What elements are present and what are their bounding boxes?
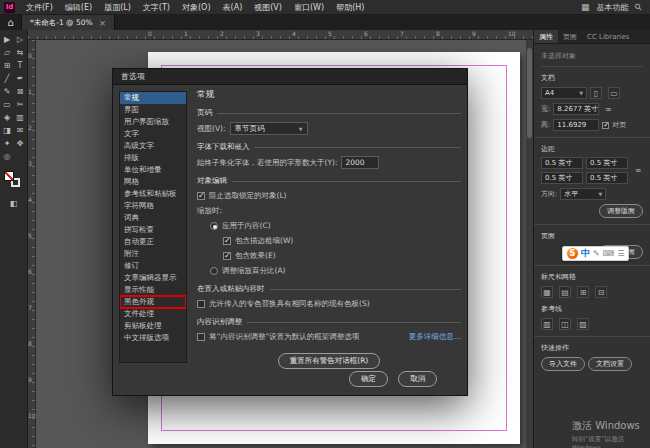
direction-dropdown[interactable]: 水平 ▼	[560, 188, 606, 200]
cancel-button[interactable]: 取消	[398, 371, 437, 387]
pref-category-11[interactable]: 拼写检查	[120, 224, 186, 236]
free-transform-tool[interactable]: ◈	[1, 111, 14, 124]
scrollbar-thumb[interactable]	[527, 48, 532, 138]
prevent-selection-checkbox[interactable]	[197, 192, 205, 200]
panel-tab-1[interactable]: 页面	[558, 30, 582, 43]
margin-field-0[interactable]: 0.5 英寸	[541, 157, 583, 169]
menu-item-4[interactable]: 对象(O)	[176, 0, 217, 14]
guide-icon-0[interactable]: ▥	[541, 318, 553, 330]
margin-link-icon[interactable]: ∞	[632, 165, 644, 177]
screen-mode-button[interactable]: ◧	[7, 197, 20, 210]
content-collector-tool[interactable]: ⊞	[1, 59, 14, 72]
panel-tab-0[interactable]: 属性	[534, 30, 558, 43]
landscape-icon[interactable]: ▭	[608, 87, 620, 99]
hand-tool[interactable]: ✥	[14, 137, 27, 150]
sogou-logo-icon[interactable]: S	[567, 248, 578, 259]
include-effects-checkbox[interactable]	[223, 252, 231, 260]
horizontal-ruler[interactable]: 012345678910	[28, 30, 533, 40]
menu-item-5[interactable]: 表(A)	[217, 0, 249, 14]
margin-field-1[interactable]: 0.5 英寸	[586, 157, 628, 169]
quick-action-0[interactable]: 导入文件	[541, 357, 585, 371]
menu-item-1[interactable]: 编辑(E)	[59, 0, 98, 14]
more-info-link[interactable]: 更多详细信息...	[409, 332, 461, 342]
type-tool[interactable]: T	[14, 59, 27, 72]
link-dimensions-icon[interactable]: ∞	[602, 103, 614, 115]
reset-warnings-button[interactable]: 重置所有警告对话框(R)	[278, 353, 381, 369]
sogou-input-bar[interactable]: S 中 ✎⌨☰	[562, 246, 629, 261]
search-icon[interactable]: ⚲	[633, 1, 645, 13]
include-stroke-checkbox[interactable]	[223, 237, 231, 245]
document-tab[interactable]: *未命名-1 @ 50% ×	[22, 15, 115, 30]
menu-item-2[interactable]: 版面(L)	[98, 0, 137, 14]
ruler-grid-icon-3[interactable]: ⊟	[595, 286, 607, 298]
pencil-tool[interactable]: ✎	[1, 85, 14, 98]
vertical-scrollbar[interactable]	[526, 40, 533, 448]
gap-tool[interactable]: ⇆	[14, 46, 27, 59]
portrait-icon[interactable]: ▯	[590, 87, 602, 99]
ruler-grid-icon-0[interactable]: ▦	[541, 286, 553, 298]
input-mode-chinese-icon[interactable]: 中	[581, 247, 590, 260]
menu-item-6[interactable]: 视图(V)	[248, 0, 288, 14]
pref-category-9[interactable]: 字符网格	[120, 200, 186, 212]
pref-category-6[interactable]: 单位和增量	[120, 164, 186, 176]
pref-category-16[interactable]: 显示性能	[120, 284, 186, 296]
line-tool[interactable]: ╱	[1, 72, 14, 85]
panel-tab-2[interactable]: CC Libraries	[582, 30, 634, 43]
page-numbering-dropdown[interactable]: 章节页码 ▼	[230, 122, 308, 135]
pref-category-20[interactable]: 中文排版选项	[120, 332, 186, 344]
pref-category-17[interactable]: 黑色外观	[120, 296, 186, 308]
direct-selection-tool[interactable]: ▷	[14, 33, 27, 46]
pref-category-2[interactable]: 用户界面缩放	[120, 116, 186, 128]
ruler-grid-icon-1[interactable]: ▤	[559, 286, 571, 298]
sogou-icon-2[interactable]: ☰	[617, 249, 624, 258]
height-field[interactable]: 11.6929	[553, 119, 599, 131]
page-size-dropdown[interactable]: A4 ▼	[541, 87, 587, 99]
apply-to-content-radio[interactable]	[210, 222, 218, 230]
pref-category-7[interactable]: 网格	[120, 176, 186, 188]
page-tool[interactable]: ▱	[1, 46, 14, 59]
pref-category-13[interactable]: 附注	[120, 248, 186, 260]
pref-category-8[interactable]: 参考线和粘贴板	[120, 188, 186, 200]
quick-action-1[interactable]: 文档设置	[588, 357, 632, 371]
tab-close-icon[interactable]: ×	[99, 18, 107, 28]
width-field[interactable]: 8.2677 英寸	[553, 103, 599, 115]
rectangle-frame-tool[interactable]: ⊠	[14, 85, 27, 98]
margin-field-3[interactable]: 0.5 英寸	[586, 172, 628, 184]
content-aware-checkbox[interactable]	[197, 333, 205, 341]
menu-item-7[interactable]: 窗口(W)	[288, 0, 330, 14]
ok-button[interactable]: 确定	[349, 371, 388, 387]
fill-swatch[interactable]	[4, 171, 14, 181]
gradient-tool[interactable]: ▥	[14, 111, 27, 124]
pref-category-15[interactable]: 文章编辑器显示	[120, 272, 186, 284]
pen-tool[interactable]: ✒	[14, 72, 27, 85]
gradient-feather-tool[interactable]: ◨	[1, 124, 14, 137]
vertical-ruler[interactable]: 012345678910	[28, 40, 36, 448]
workspace-grid-icon[interactable]: ▦	[581, 2, 590, 12]
zoom-tool[interactable]: ◎	[1, 150, 14, 163]
guide-icon-1[interactable]: ◫	[559, 318, 571, 330]
allow-spot-checkbox[interactable]	[197, 300, 205, 308]
selection-tool[interactable]: ▶	[1, 33, 14, 46]
pref-category-4[interactable]: 高级文字	[120, 140, 186, 152]
sogou-icon-0[interactable]: ✎	[593, 249, 600, 258]
pref-category-0[interactable]: 常规	[120, 92, 186, 104]
pref-category-5[interactable]: 排版	[120, 152, 186, 164]
pref-category-19[interactable]: 剪贴板处理	[120, 320, 186, 332]
pref-category-14[interactable]: 修订	[120, 260, 186, 272]
pref-category-18[interactable]: 文件处理	[120, 308, 186, 320]
pref-category-10[interactable]: 词典	[120, 212, 186, 224]
note-tool[interactable]: ✉	[14, 124, 27, 137]
margin-field-2[interactable]: 0.5 英寸	[541, 172, 583, 184]
glyph-count-field[interactable]: 2000	[341, 156, 379, 169]
rectangle-tool[interactable]: ▭	[1, 98, 14, 111]
adjust-scaling-radio[interactable]	[210, 267, 218, 275]
workspace-switcher[interactable]: 基本功能	[596, 2, 628, 13]
dialog-title[interactable]: 首选项	[113, 69, 467, 85]
ruler-grid-icon-2[interactable]: ⊞	[577, 286, 589, 298]
pref-category-1[interactable]: 界面	[120, 104, 186, 116]
guide-icon-2[interactable]: ▨	[577, 318, 589, 330]
menu-item-3[interactable]: 文字(T)	[137, 0, 176, 14]
eyedropper-tool[interactable]: ✦	[1, 137, 14, 150]
scissors-tool[interactable]: ✂	[14, 98, 27, 111]
pref-category-3[interactable]: 文字	[120, 128, 186, 140]
